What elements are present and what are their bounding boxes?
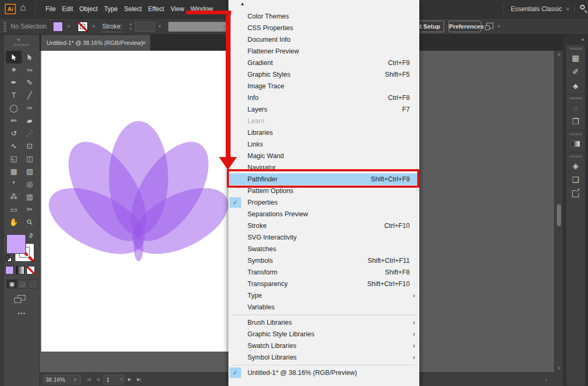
stroke-color-swatch[interactable] <box>78 22 88 32</box>
stroke-label[interactable]: Stroke: <box>102 19 122 32</box>
app-logo-icon[interactable]: Ai <box>5 4 16 14</box>
menu-item-symbol-libraries[interactable]: Symbol Libraries› <box>228 352 419 363</box>
menu-item-layers[interactable]: LayersF7 <box>228 104 419 115</box>
variable-width-profile-dropdown[interactable]: ˅ <box>168 22 227 32</box>
scroll-down-icon[interactable]: ˅ <box>555 365 563 371</box>
draw-behind-button[interactable]: ◲ <box>17 280 28 288</box>
transform-panel-icon[interactable]: ❐ <box>566 115 585 128</box>
tool-line-segment[interactable]: ╱ <box>22 89 38 102</box>
change-screen-mode-icon[interactable] <box>17 295 25 300</box>
panel-grip[interactable] <box>570 48 582 50</box>
menubar-item-view[interactable]: View <box>168 0 188 18</box>
preferences-button[interactable]: Preferences <box>448 21 481 32</box>
menu-item-gradient[interactable]: GradientCtrl+F9 <box>228 57 419 69</box>
tool-blend[interactable]: ◎ <box>22 178 38 190</box>
menu-item-graphic-styles[interactable]: Graphic StylesShift+F5 <box>228 69 419 80</box>
menu-item-separations-preview[interactable]: Separations Preview <box>228 208 419 220</box>
menu-item-swatch-libraries[interactable]: Swatch Libraries› <box>228 340 419 352</box>
color-panel-icon[interactable]: ◌ <box>566 101 585 115</box>
menu-item-css-properties[interactable]: CSS Properties <box>228 22 419 34</box>
tool-width[interactable]: ∿ <box>6 140 22 152</box>
menu-item-stroke[interactable]: StrokeCtrl+F10 <box>228 220 419 232</box>
artboards-panel-icon[interactable]: ▦ <box>566 51 585 65</box>
menubar-item-object[interactable]: Object <box>76 0 101 18</box>
vertical-scrollbar[interactable]: ˄ ˅ <box>554 51 563 372</box>
panel-grip[interactable] <box>14 44 30 46</box>
tool-shaper[interactable]: ✏ <box>6 114 22 127</box>
next-page-button[interactable]: ▶ <box>125 375 134 384</box>
stroke-weight-dropdown[interactable]: ˅ <box>155 22 164 32</box>
tool-slice[interactable]: ✂ <box>22 203 38 216</box>
last-page-button[interactable]: ▶| <box>135 375 143 384</box>
draw-inside-button[interactable]: ▢ <box>27 280 38 288</box>
menubar-item-type[interactable]: Type <box>101 0 121 18</box>
menu-item-image-trace[interactable]: Image Trace <box>228 80 419 92</box>
expand-panels-icon[interactable]: « <box>581 36 584 42</box>
menu-item-swatches[interactable]: Swatches <box>228 243 419 255</box>
previous-page-button[interactable]: ◀ <box>94 375 102 384</box>
scroll-up-icon[interactable]: ˄ <box>555 52 563 58</box>
fill-color-swatch[interactable] <box>53 22 63 32</box>
scrollbar-thumb[interactable] <box>557 204 561 226</box>
tool-free-transform[interactable]: ⊡ <box>22 140 38 152</box>
tool-eraser[interactable]: ▰ <box>22 114 38 127</box>
tool-gradient[interactable]: ▧ <box>22 165 38 178</box>
search-icon[interactable] <box>580 5 588 13</box>
stroke-color-dropdown[interactable]: ˅ <box>89 22 98 32</box>
menubar-item-edit[interactable]: Edit <box>59 0 76 18</box>
menu-item-variables[interactable]: Variables <box>228 301 419 313</box>
tool-selection[interactable] <box>6 51 22 63</box>
workspace-switcher[interactable]: Essentials Classic˅ <box>511 0 569 18</box>
menu-item-symbols[interactable]: SymbolsShift+Ctrl+F11 <box>228 255 419 266</box>
tool-ellipse[interactable]: ◯ <box>6 102 22 114</box>
tool-magic-wand[interactable]: ✶ <box>6 63 22 76</box>
stroke-weight-field[interactable] <box>135 22 155 32</box>
tool-artboard[interactable]: ▭ <box>6 203 22 216</box>
zoom-level-field[interactable]: 38.16% <box>43 375 68 384</box>
edit-toolbar-icon[interactable]: ••• <box>4 311 40 316</box>
zoom-level-dropdown[interactable]: ˅ <box>69 375 81 384</box>
close-icon[interactable]: ✕ <box>142 35 146 51</box>
tool-symbol-sprayer[interactable]: ⁂ <box>6 190 22 203</box>
asset-export-panel-icon[interactable]: ↗ <box>566 187 585 200</box>
menu-item-brush-libraries[interactable]: Brush Libraries› <box>228 317 419 328</box>
menubar-item-file[interactable]: File <box>42 0 59 18</box>
panel-grip[interactable] <box>570 133 582 135</box>
color-button[interactable] <box>5 266 14 274</box>
symbols-panel-icon[interactable]: ♣ <box>566 79 585 93</box>
tool-mesh[interactable]: ▦ <box>6 165 22 178</box>
document-tab[interactable]: Untitled-1* @ 38.16% (RGB/Preview) ✕ <box>41 35 150 51</box>
tool-zoom[interactable]: ⚲ <box>22 216 38 228</box>
default-fill-stroke-icon[interactable] <box>5 255 12 262</box>
first-page-button[interactable]: |◀ <box>84 375 93 384</box>
collapse-panel-icon[interactable]: « <box>17 36 20 42</box>
menu-item-transparency[interactable]: TransparencyShift+Ctrl+F10 <box>228 278 419 290</box>
tool-curvature[interactable]: ✎ <box>22 76 38 89</box>
draw-normal-button[interactable]: ▣ <box>7 280 17 288</box>
menu-item-transform[interactable]: TransformShift+F8 <box>228 266 419 278</box>
fill-color-dropdown[interactable]: ˅ <box>65 22 73 32</box>
menu-item-info[interactable]: InfoCtrl+F8 <box>228 92 419 104</box>
fill-indicator[interactable] <box>6 234 26 254</box>
tool-paintbrush[interactable]: ✑ <box>22 102 38 114</box>
panel-grip[interactable] <box>570 97 582 99</box>
tool-lasso[interactable]: ∾ <box>22 63 38 76</box>
menu-item-graphic-style-libraries[interactable]: Graphic Style Libraries› <box>228 328 419 340</box>
menu-item-properties[interactable]: ✓Properties <box>228 197 419 208</box>
tool-hand[interactable]: ✋ <box>6 216 22 228</box>
menu-item-libraries[interactable]: Libraries <box>228 127 419 139</box>
menu-item-untitled-1-38-16-rgb-preview[interactable]: ✓Untitled-1* @ 38.16% (RGB/Preview) <box>228 367 419 379</box>
tool-eyedropper[interactable]: ❜ <box>6 178 22 190</box>
gradient-button[interactable] <box>16 266 24 274</box>
stroke-weight-stepper[interactable]: ˄˅ <box>127 22 134 32</box>
panel-grip[interactable] <box>4 22 6 32</box>
tool-perspective-grid[interactable]: ◫ <box>22 152 38 165</box>
menubar-item-window[interactable]: Window <box>187 0 216 18</box>
menu-scroll-up[interactable]: ▲ <box>228 0 419 11</box>
none-button[interactable] <box>26 266 35 274</box>
panel-grip[interactable] <box>570 155 582 158</box>
menubar-item-effect[interactable]: Effect <box>145 0 167 18</box>
menu-item-color-themes[interactable]: Color Themes <box>228 11 419 22</box>
menu-item-learn[interactable]: Learn <box>228 115 419 127</box>
tool-rotate[interactable]: ↺ <box>6 127 22 140</box>
